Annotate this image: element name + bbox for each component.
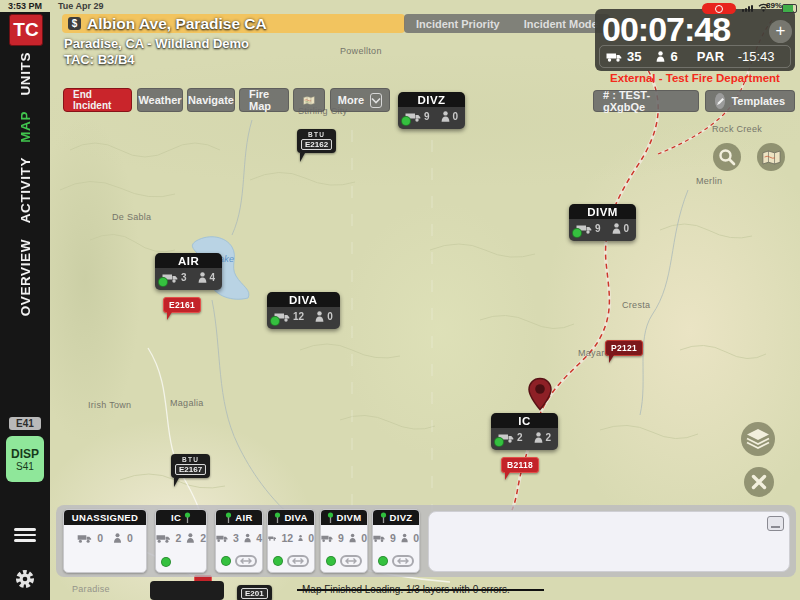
weather-button[interactable]: Weather — [137, 88, 183, 112]
person-icon — [315, 311, 324, 322]
vehicle-icon — [77, 533, 92, 543]
person-icon — [244, 533, 251, 543]
map-marker-diva[interactable]: DIVA 12 0 — [267, 292, 340, 329]
tray-card-air[interactable]: AIR 3 4 — [215, 509, 263, 573]
status-dot — [378, 556, 388, 566]
agency-marker-e2162[interactable]: BTU E2162 — [297, 129, 336, 153]
pin-icon — [274, 512, 281, 524]
settings-button[interactable] — [14, 568, 36, 594]
status-dot — [401, 116, 411, 126]
link-units-button[interactable] — [340, 555, 362, 567]
agency-marker-e201[interactable]: E201 — [237, 585, 272, 600]
left-sidebar: TC UNITS MAP ACTIVITY OVERVIEW E41 DISP … — [0, 12, 50, 600]
timer-counts-row: 35 6 PAR -15:43 — [599, 45, 791, 68]
status-dot — [161, 557, 171, 567]
flag-marker-e2161[interactable]: E2161 — [163, 297, 201, 313]
basemap-button[interactable] — [757, 143, 785, 171]
navigate-button[interactable]: Navigate — [187, 88, 235, 112]
map-marker-ic[interactable]: IC 2 2 — [491, 413, 558, 450]
link-units-button[interactable] — [392, 555, 414, 567]
timer-add-button[interactable]: + — [769, 20, 792, 43]
elapsed-time: 00:07:48 — [602, 10, 730, 49]
templates-icon — [715, 93, 725, 109]
incident-priority-button[interactable]: Incident Priority — [416, 18, 500, 30]
incident-subtitle: Paradise, CA - Wildland Demo — [64, 36, 249, 51]
battery-percent: 89% — [766, 1, 782, 10]
screen-recording-indicator[interactable] — [702, 3, 736, 14]
vehicle-icon — [321, 533, 333, 543]
incident-mode-bar: Incident Priority Incident Mode — [404, 14, 610, 33]
tab-map[interactable]: MAP — [18, 111, 33, 143]
close-icon — [751, 474, 767, 490]
map-label: Paradise — [72, 584, 110, 594]
agency-marker-e2167[interactable]: BTU E2167 — [171, 454, 210, 478]
tray-card-divz[interactable]: DIVZ 9 0 — [372, 509, 420, 573]
incident-number-button[interactable]: # : TEST-gXgbQe — [593, 90, 699, 112]
par-label: PAR — [697, 49, 725, 64]
tray-card-divm[interactable]: DIVM 9 0 — [320, 509, 368, 573]
menu-button[interactable] — [14, 525, 36, 545]
map-marker-divm[interactable]: DIVM 9 0 — [569, 204, 636, 241]
status-dot — [158, 277, 168, 287]
map-label: Irish Town — [88, 400, 131, 410]
map-label: De Sabla — [112, 212, 151, 222]
tray-card-ic[interactable]: IC 2 2 — [155, 509, 207, 573]
end-incident-button[interactable]: End Incident — [63, 88, 132, 112]
vehicle-count: 9 — [595, 223, 601, 234]
flag-marker-b2118[interactable]: B2118 — [501, 457, 539, 473]
status-dot — [326, 556, 336, 566]
tab-units[interactable]: UNITS — [18, 52, 33, 96]
incident-mode-button[interactable]: Incident Mode — [524, 18, 598, 30]
link-units-button[interactable] — [287, 555, 309, 567]
map-layers-button[interactable] — [741, 422, 775, 456]
app-window: Powellton Stirling City Rock Creek Merli… — [0, 0, 800, 600]
status-dot — [572, 228, 582, 238]
person-icon — [186, 533, 195, 543]
map-marker-divz[interactable]: DIVZ 9 0 — [398, 92, 465, 129]
incident-title: Albion Ave, Paradise CA — [87, 15, 267, 33]
person-icon — [441, 111, 450, 122]
personnel-count: 0 — [624, 223, 630, 234]
personnel-count: 0 — [327, 311, 333, 322]
tray-detail-panel[interactable] — [428, 511, 790, 572]
tray-card-diva[interactable]: DIVA 12 0 — [267, 509, 315, 573]
map-search-button[interactable] — [713, 143, 741, 171]
vehicle-count: 12 — [293, 311, 304, 322]
link-units-button[interactable] — [235, 555, 257, 567]
person-icon — [349, 533, 356, 543]
templates-button[interactable]: Templates — [705, 90, 795, 112]
more-button[interactable]: More — [330, 88, 390, 112]
status-dot — [221, 556, 231, 566]
logged-unit-badge: E41 — [9, 417, 41, 430]
dispatch-status-button[interactable]: DISP S41 — [6, 436, 44, 482]
person-icon — [298, 533, 303, 543]
close-map-tools-button[interactable] — [744, 467, 774, 497]
personnel-total: 6 — [670, 49, 677, 64]
flag-marker-p2121[interactable]: P2121 — [605, 340, 643, 356]
fire-map-button[interactable]: Fire Map — [239, 88, 289, 112]
incident-timer-panel[interactable]: 00:07:48 + 35 6 PAR -15:43 — [595, 9, 795, 71]
cellular-signal-icon — [742, 5, 753, 12]
personnel-count: 0 — [453, 111, 459, 122]
tab-activity[interactable]: ACTIVITY — [18, 157, 33, 223]
incident-banner[interactable]: $ Albion Ave, Paradise CA — [62, 14, 405, 33]
cutoff-marker[interactable] — [150, 581, 224, 600]
map-marker-air[interactable]: AIR 3 4 — [155, 253, 222, 290]
status-dot — [494, 437, 504, 447]
map-label: Cresta — [622, 300, 650, 310]
map-view-button[interactable] — [293, 88, 325, 112]
unit-tray: UNASSIGNED 0 0 IC 2 2 AIR — [56, 505, 796, 577]
pin-icon — [327, 512, 334, 524]
tray-card-unassigned[interactable]: UNASSIGNED 0 0 — [63, 509, 147, 573]
collapse-tray-button[interactable] — [767, 516, 784, 531]
incident-pin-icon[interactable] — [527, 377, 553, 411]
person-icon — [612, 223, 621, 234]
par-countdown: -15:43 — [738, 49, 775, 64]
map-icon — [762, 150, 781, 165]
pin-icon — [380, 512, 387, 524]
tab-overview[interactable]: OVERVIEW — [18, 239, 33, 316]
vehicle-count: 9 — [424, 111, 430, 122]
map-label: Powellton — [340, 46, 382, 56]
app-logo: TC — [9, 14, 43, 46]
pin-icon — [184, 512, 191, 524]
